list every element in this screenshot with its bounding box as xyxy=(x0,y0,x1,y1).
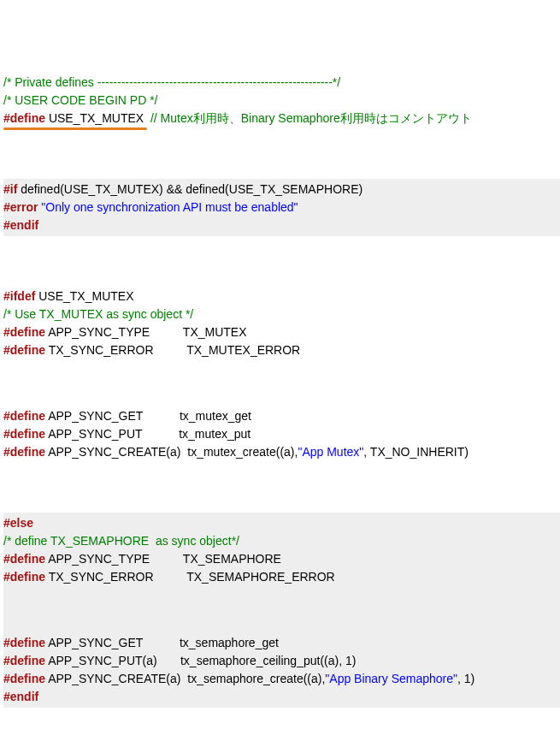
directive-if: #if xyxy=(3,182,17,196)
directive-define: #define xyxy=(3,343,45,357)
directive-error: #error xyxy=(3,200,38,214)
block-error-check: #if defined(USE_TX_MUTEX) && defined(USE… xyxy=(3,179,560,236)
string-app-semaphore: "App Binary Semaphore" xyxy=(325,672,457,685)
directive-define: #define xyxy=(3,672,45,685)
directive-endif-1: #endif xyxy=(3,216,560,234)
directive-define: #define xyxy=(3,552,45,566)
block-else-semaphore: #else/* define TX_SEMAPHORE as sync obje… xyxy=(3,513,560,708)
comment-user-code-begin: /* USER CODE BEGIN PD */ xyxy=(3,92,560,110)
define-app-sync-put-mutex: APP_SYNC_PUT tx_mutex_put xyxy=(45,427,251,441)
directive-define: #define xyxy=(3,409,45,423)
comment-semaphore: /* define TX_SEMAPHORE as sync object*/ xyxy=(3,532,560,550)
comment-private-defines: /* Private defines ---------------------… xyxy=(3,74,560,92)
directive-define: #define xyxy=(3,570,45,584)
define-app-sync-create-mutex-1: APP_SYNC_CREATE(a) tx_mutex_create((a), xyxy=(45,445,298,459)
directive-define: #define xyxy=(3,654,45,667)
directive-define: #define xyxy=(3,445,45,459)
directive-define: #define xyxy=(3,111,45,125)
error-string: "Only one synchronization API must be en… xyxy=(38,200,298,214)
define-app-sync-type-sem: APP_SYNC_TYPE TX_SEMAPHORE xyxy=(45,552,281,566)
directive-define: #define xyxy=(3,636,45,649)
directive-endif-2: #endif xyxy=(3,688,560,706)
define-app-sync-type-mutex: APP_SYNC_TYPE TX_MUTEX xyxy=(45,325,246,339)
macro-use-tx-mutex: USE_TX_MUTEX xyxy=(45,111,147,125)
highlight-underline xyxy=(3,127,147,130)
define-app-sync-create-sem-2: , 1) xyxy=(457,672,475,685)
directive-define: #define xyxy=(3,427,45,441)
comment-mutex-jp: // Mutex利用時、Binary Semaphore利用時はコメントアウト xyxy=(147,111,472,125)
if-condition: defined(USE_TX_MUTEX) && defined(USE_TX_… xyxy=(17,182,363,196)
define-app-sync-get-sem: APP_SYNC_GET tx_semaphore_get xyxy=(45,636,279,649)
define-app-sync-create-sem-1: APP_SYNC_CREATE(a) tx_semaphore_create((… xyxy=(45,672,325,685)
comment-use-mutex: /* Use TX_MUTEX as sync object */ xyxy=(3,305,560,323)
directive-else: #else xyxy=(3,514,560,532)
directive-define: #define xyxy=(3,325,45,339)
directive-ifdef: #ifdef xyxy=(3,289,35,303)
define-tx-sync-error-mutex: TX_SYNC_ERROR TX_MUTEX_ERROR xyxy=(45,343,300,357)
ifdef-macro: USE_TX_MUTEX xyxy=(35,289,133,303)
define-app-sync-put-sem: APP_SYNC_PUT(a) tx_semaphore_ceiling_put… xyxy=(45,654,356,667)
define-app-sync-create-mutex-2: , TX_NO_INHERIT) xyxy=(363,445,469,459)
define-use-tx-mutex: #define USE_TX_MUTEX // Mutex利用時、Binary … xyxy=(3,110,560,127)
define-app-sync-get-mutex: APP_SYNC_GET tx_mutex_get xyxy=(45,409,251,423)
string-app-mutex: "App Mutex" xyxy=(298,445,363,459)
define-tx-sync-error-sem: TX_SYNC_ERROR TX_SEMAPHORE_ERROR xyxy=(45,570,335,584)
